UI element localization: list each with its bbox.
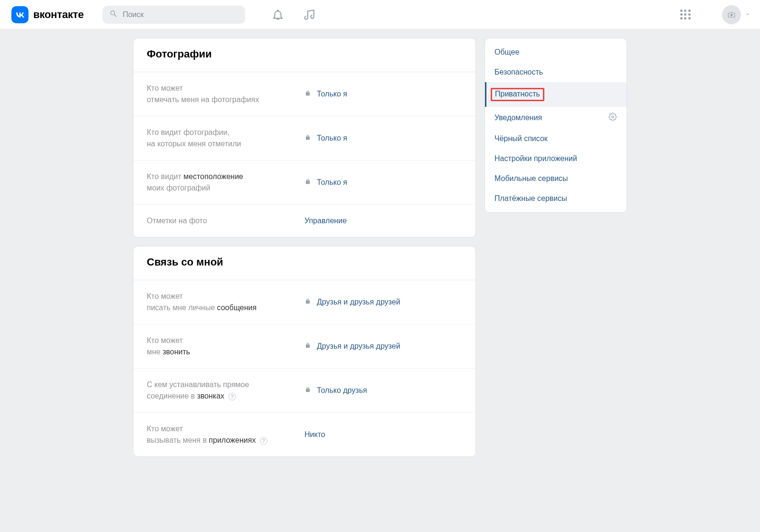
row-value[interactable]: Только я — [304, 90, 347, 98]
row-value[interactable]: Никто — [304, 430, 325, 439]
sidebar-item-blacklist[interactable]: Чёрный список — [485, 129, 627, 149]
music-icon[interactable] — [303, 9, 315, 21]
sidebar-item-label: Общее — [494, 48, 519, 57]
setting-row-photo-location: Кто видит местоположение моих фотографий… — [133, 161, 475, 205]
setting-row-photo-tags-manage: Отметки на фото Управление — [133, 205, 475, 237]
row-value[interactable]: Друзья и друзья друзей — [304, 342, 400, 351]
brand-link[interactable]: вконтакте — [11, 6, 84, 23]
chevron-down-icon — [745, 11, 750, 19]
settings-sidebar: Общее Безопасность Приватность Уведомлен… — [484, 38, 627, 213]
apps-menu-icon[interactable] — [680, 10, 691, 20]
setting-row-photo-tagging: Кто может отмечать меня на фотографиях Т… — [133, 72, 475, 116]
svg-point-0 — [731, 14, 733, 16]
setting-row-direct-connection: С кем устанавливать прямое соединение в … — [133, 369, 475, 413]
sidebar-item-mobile[interactable]: Мобильные сервисы — [485, 169, 627, 189]
setting-row-private-messages: Кто может писать мне личные сообщения Др… — [133, 280, 475, 324]
row-label: С кем устанавливать прямое соединение в … — [147, 379, 304, 402]
search-icon — [109, 10, 118, 19]
row-label: Кто видит фотографии, на которых меня от… — [147, 127, 304, 150]
sidebar-item-privacy[interactable]: Приватность — [485, 82, 627, 107]
lock-icon — [304, 342, 311, 351]
header: вконтакте — [0, 0, 760, 29]
sidebar-item-app-settings[interactable]: Настройки приложений — [485, 149, 627, 169]
search-input[interactable] — [123, 10, 238, 19]
row-value[interactable]: Только я — [304, 178, 347, 187]
setting-row-photo-visibility: Кто видит фотографии, на которых меня от… — [133, 116, 475, 161]
row-value[interactable]: Только друзья — [304, 386, 367, 395]
lock-icon — [304, 386, 311, 395]
row-label: Отметки на фото — [147, 215, 304, 227]
row-value[interactable]: Управление — [304, 217, 347, 225]
row-label: Кто может отмечать меня на фотографиях — [147, 83, 304, 105]
profile-menu[interactable] — [722, 5, 750, 24]
sidebar-item-label: Мобильные сервисы — [494, 174, 568, 183]
sidebar-item-label: Приватность — [491, 88, 544, 101]
sidebar-item-notifications[interactable]: Уведомления — [485, 107, 627, 129]
vk-logo-icon — [11, 6, 28, 23]
notifications-icon[interactable] — [272, 9, 284, 21]
sidebar-item-label: Безопасность — [494, 68, 543, 76]
lock-icon — [304, 298, 311, 306]
lock-icon — [304, 134, 311, 142]
lock-icon — [304, 178, 311, 187]
sidebar-item-label: Уведомления — [494, 114, 542, 122]
lock-icon — [304, 90, 311, 98]
row-value[interactable]: Только я — [304, 134, 347, 142]
row-label: Кто может писать мне личные сообщения — [147, 291, 304, 314]
row-label: Кто может вызывать меня в приложениях ? — [147, 423, 304, 446]
sidebar-item-label: Настройки приложений — [494, 154, 577, 163]
sidebar-item-payments[interactable]: Платёжные сервисы — [485, 189, 627, 209]
sidebar-item-label: Чёрный список — [494, 134, 548, 143]
avatar — [722, 5, 741, 24]
sidebar-item-security[interactable]: Безопасность — [485, 62, 627, 82]
contact-section: Связь со мной Кто может писать мне личны… — [133, 246, 476, 457]
row-label: Кто видит местоположение моих фотографий — [147, 171, 304, 194]
section-title: Связь со мной — [133, 247, 475, 280]
sidebar-item-label: Платёжные сервисы — [494, 194, 567, 203]
gear-icon[interactable] — [608, 113, 617, 123]
search-box[interactable] — [103, 6, 245, 24]
photos-section: Фотографии Кто может отмечать меня на фо… — [133, 38, 476, 238]
row-label: Кто может мне звонить — [147, 335, 304, 358]
sidebar-item-general[interactable]: Общее — [485, 42, 627, 62]
svg-point-1 — [612, 116, 614, 118]
setting-row-app-calls: Кто может вызывать меня в приложениях ? … — [133, 413, 475, 456]
brand-text: вконтакте — [33, 9, 84, 21]
help-icon[interactable]: ? — [260, 437, 267, 445]
row-value[interactable]: Друзья и друзья друзей — [304, 298, 400, 306]
help-icon[interactable]: ? — [228, 393, 236, 400]
setting-row-calls: Кто может мне звонить Друзья и друзья др… — [133, 324, 475, 369]
section-title: Фотографии — [133, 38, 475, 72]
